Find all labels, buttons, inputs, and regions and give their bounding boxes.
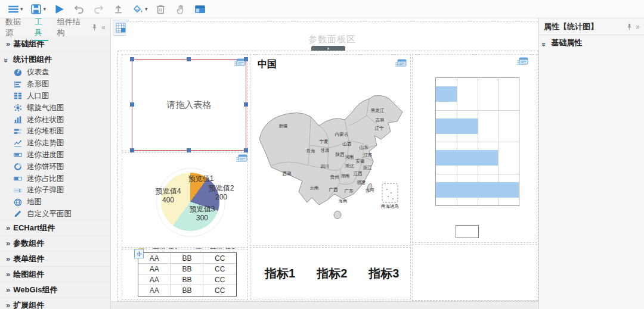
resize-handle-s[interactable]	[187, 148, 191, 152]
component-item-螺旋气泡图[interactable]: 螺旋气泡图	[0, 102, 110, 114]
resize-handle-se[interactable]	[244, 148, 248, 152]
inset-label: 南海诸岛	[380, 204, 399, 209]
component-item-仪表盘[interactable]: 仪表盘	[0, 67, 110, 79]
component-item-迷你柱状图[interactable]: 迷你柱状图	[0, 114, 110, 126]
table-cell[interactable]: AA	[138, 264, 171, 274]
properties-form	[539, 54, 644, 309]
delete-button[interactable]	[154, 2, 168, 15]
component-item-迷你子弹图[interactable]: 迷你子弹图	[0, 185, 110, 196]
pie-chart-panel[interactable]: 预览值1预览值2200预览值3300预览值4400 预览值1预览值2预览值3预览…	[122, 152, 248, 248]
table-cell[interactable]: AA	[138, 285, 171, 296]
table-placeholder-widget[interactable]: 请拖入表格	[132, 59, 246, 151]
basic-properties-section-header[interactable]: » 基础属性	[539, 35, 644, 51]
bar-预览值4[interactable]	[436, 182, 519, 198]
group-header-ECHart组件[interactable]: »ECHart组件	[0, 220, 110, 235]
canvas-horizontal-scrollbar[interactable]	[111, 301, 538, 309]
table-cell[interactable]: CC	[203, 274, 236, 285]
panel-button[interactable]	[194, 2, 207, 15]
caret-down-icon[interactable]: ▾	[20, 6, 23, 12]
caret-down-icon[interactable]: ▾	[44, 6, 47, 12]
widget-settings-icon[interactable]	[236, 154, 247, 164]
table-cell[interactable]: AA	[138, 274, 171, 285]
bar-预览值2[interactable]	[436, 118, 478, 134]
table-cell[interactable]: BB	[171, 264, 204, 274]
table-cell[interactable]: BB	[171, 274, 204, 285]
hand-button[interactable]	[174, 2, 187, 15]
paint-button[interactable]	[131, 2, 144, 15]
indicator-panel[interactable]: 指标1指标2指标3	[250, 247, 411, 299]
collapse-left-icon[interactable]: «	[101, 23, 105, 32]
table-row[interactable]: AABBCC	[138, 253, 236, 264]
group-label: 表单组件	[13, 254, 44, 264]
table-cell[interactable]: CC	[203, 285, 236, 296]
export-button[interactable]	[112, 2, 125, 15]
table-row[interactable]: AABBCC	[138, 264, 236, 274]
group-header-WebGis组件[interactable]: »WebGis组件	[0, 282, 110, 297]
bar-预览值3[interactable]	[436, 150, 498, 166]
resize-handle-w[interactable]	[130, 102, 134, 107]
table-row[interactable]: AABBCC	[138, 285, 236, 296]
pie-slice-label: 预览值3300	[183, 205, 221, 223]
sidebar-tab-工具[interactable]: 工具	[34, 14, 48, 41]
line-chart-panel[interactable]	[412, 244, 537, 301]
chevron-down-icon: »	[540, 42, 548, 45]
resize-handle-n[interactable]	[187, 57, 191, 61]
component-item-条形图[interactable]: 条形图	[0, 79, 110, 90]
component-item-迷你占比图[interactable]: 迷你占比图	[0, 173, 110, 185]
design-canvas[interactable]: 参数面板区 请拖入表格	[111, 18, 538, 309]
group-header-统计图组件[interactable]: »统计图组件	[0, 51, 110, 67]
bar-预览值1[interactable]	[436, 86, 457, 102]
resize-handle-ne[interactable]	[244, 57, 248, 61]
collapse-right-icon[interactable]: »	[636, 23, 639, 31]
pin-icon[interactable]	[627, 23, 632, 30]
caret-down-icon[interactable]: ▾	[145, 6, 148, 12]
resize-handle-sw[interactable]	[130, 148, 134, 152]
component-label: 地图	[27, 197, 42, 207]
component-item-地图[interactable]: 地图	[0, 196, 110, 208]
table-cell[interactable]: CC	[203, 253, 236, 263]
indicator-指标1[interactable]: 指标1	[265, 266, 295, 282]
group-header-表单组件[interactable]: »表单组件	[0, 251, 110, 266]
sidebar-tab-数据源[interactable]: 数据源	[5, 14, 26, 41]
table-cell[interactable]: BB	[171, 285, 204, 296]
component-item-迷你走势图[interactable]: 迷你走势图	[0, 138, 110, 149]
move-icon	[137, 251, 142, 257]
group-header-绘图组件[interactable]: »绘图组件	[0, 266, 110, 282]
indicator-指标3[interactable]: 指标3	[369, 266, 399, 282]
province-label-河南: 河南	[345, 154, 354, 160]
resize-handle-nw[interactable]	[130, 57, 134, 61]
pin-icon[interactable]	[92, 24, 97, 31]
widget-settings-icon[interactable]	[516, 57, 528, 67]
table-cell[interactable]: BB	[171, 253, 204, 263]
table-move-handle[interactable]	[134, 249, 144, 258]
map-widget-panel[interactable]: 中国 新疆西藏青海甘肃宁夏内蒙古黑龙江吉林辽宁山西陕西河南山东江苏安徽浙江湖北湖…	[250, 54, 411, 246]
redo-button[interactable]	[92, 2, 105, 15]
province-label-广西: 广西	[329, 187, 339, 192]
chevron-right-icon: »	[6, 239, 9, 247]
component-item-自定义平面图[interactable]: 自定义平面图	[0, 208, 110, 220]
indicator-指标2[interactable]: 指标2	[317, 266, 347, 282]
group-header-参数组件[interactable]: »参数组件	[0, 235, 110, 251]
properties-title: 属性【统计图】	[544, 21, 598, 32]
province-label-山东: 山东	[360, 145, 369, 150]
properties-panel: 属性【统计图】 » » 基础属性	[538, 18, 644, 309]
report-designer-app: ▾▾▾ 数据源工具组件结构 « »基础组件»统计图组件仪表盘条形图人口图螺旋气泡…	[0, 0, 644, 309]
table-widget-panel[interactable]: 请拖入表格	[122, 54, 248, 151]
table-cell[interactable]: CC	[203, 264, 236, 274]
data-table[interactable]: AABBCCAABBCCAABBCCAABBCC	[138, 252, 237, 296]
resize-handle-e[interactable]	[244, 102, 248, 107]
chevron-right-icon: »	[6, 301, 9, 309]
section-label: 基础属性	[551, 38, 582, 48]
bar-chart-panel[interactable]	[412, 54, 537, 243]
group-items: 仪表盘条形图人口图螺旋气泡图迷你柱状图迷你堆积图迷你走势图迷你进度图迷你饼环图迷…	[0, 67, 110, 220]
group-header-扩展组件[interactable]: »扩展组件	[0, 297, 110, 309]
data-table-panel[interactable]: AABBCCAABBCCAABBCCAABBCC	[122, 249, 248, 300]
component-item-迷你堆积图[interactable]: 迷你堆积图	[0, 126, 110, 138]
sidebar-tab-组件结构[interactable]: 组件结构	[57, 14, 84, 41]
china-map[interactable]: 新疆西藏青海甘肃宁夏内蒙古黑龙江吉林辽宁山西陕西河南山东江苏安徽浙江湖北湖南江西…	[252, 69, 408, 244]
widget-settings-icon[interactable]	[395, 59, 407, 68]
component-item-迷你饼环图[interactable]: 迷你饼环图	[0, 161, 110, 173]
component-item-人口图[interactable]: 人口图	[0, 90, 110, 102]
table-row[interactable]: AABBCC	[138, 274, 236, 285]
component-item-迷你进度图[interactable]: 迷你进度图	[0, 149, 110, 161]
